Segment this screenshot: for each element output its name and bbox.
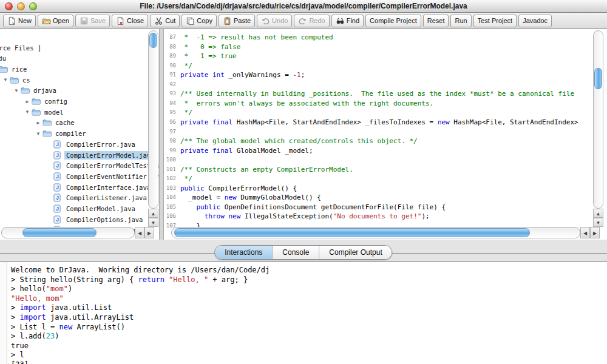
- run-button[interactable]: Run: [450, 15, 471, 27]
- disclosure-open-icon[interactable]: ▼: [23, 109, 32, 115]
- code-line: 101/** Constructs an empty CompilerError…: [164, 165, 353, 174]
- tree-item[interactable]: JCompilerErrorModelTest.java: [53, 161, 159, 171]
- tree-item[interactable]: JCompilerErrorModel.java: [53, 150, 156, 160]
- minimize-window-button[interactable]: [17, 2, 25, 10]
- test-project-button[interactable]: Test Project: [473, 15, 517, 27]
- disclosure-open-icon[interactable]: ▼: [34, 131, 42, 136]
- tree-hscroll-track[interactable]: [1, 227, 135, 238]
- reset-button[interactable]: Reset: [423, 15, 449, 27]
- tree-item[interactable]: ▼drjava: [12, 86, 58, 96]
- tree-item[interactable]: ▶config: [23, 96, 69, 107]
- vertical-splitter[interactable]: [159, 29, 164, 240]
- java-file-icon: J: [53, 194, 64, 202]
- scroll-right-arrow-icon[interactable]: ▶: [590, 227, 600, 238]
- tree-item[interactable]: [ Source Files ]: [0, 42, 43, 53]
- tree-item[interactable]: JCompilerModel.java: [53, 204, 137, 214]
- disclosure-open-icon[interactable]: ▼: [1, 77, 10, 83]
- svg-text:J: J: [56, 216, 59, 222]
- tree-vscroll-track[interactable]: [148, 30, 158, 209]
- interactions-line: > List l = new ArrayList(): [11, 323, 125, 332]
- line-number: 99: [164, 146, 180, 155]
- paste-button[interactable]: Paste: [219, 15, 255, 27]
- editor-horizontal-scrollbar[interactable]: ◀ ▶: [171, 227, 600, 238]
- tree-item[interactable]: JCompilerOptions.java: [53, 214, 144, 224]
- editor-vertical-scrollbar[interactable]: ▲ ▼: [593, 30, 603, 227]
- interactions-line: > l: [11, 351, 24, 360]
- scroll-down-arrow-icon[interactable]: ▼: [593, 218, 603, 227]
- editor-hscroll-track[interactable]: [171, 227, 580, 238]
- svg-text:J: J: [56, 141, 59, 147]
- tab-compiler-output[interactable]: Compiler Output: [319, 246, 392, 259]
- toolbar-button-label: Paste: [234, 17, 251, 24]
- code-token: * -1 => result has not been computed: [180, 33, 333, 41]
- tree-horizontal-scrollbar[interactable]: ◀ ▶: [1, 227, 154, 238]
- compile-project-button[interactable]: Compile Project: [365, 15, 421, 27]
- tree-item[interactable]: JCompilerListener.java: [53, 193, 149, 203]
- editor-vscroll-track[interactable]: [593, 30, 603, 209]
- copy-button[interactable]: Copy: [181, 15, 217, 27]
- code-line: 97: [164, 127, 180, 136]
- tree-item[interactable]: rice: [0, 64, 29, 74]
- editor-hscroll-thumb[interactable]: [174, 228, 530, 237]
- tree-vscroll-thumb[interactable]: [149, 33, 157, 48]
- javadoc-button[interactable]: Javadoc: [518, 15, 552, 27]
- close-button[interactable]: Close: [112, 15, 148, 27]
- code-line: 105 public OpenDefinitionsDocument getDo…: [164, 203, 446, 212]
- svg-text:J: J: [56, 174, 59, 180]
- toolbar-button-label: Redo: [309, 17, 325, 24]
- tree-item[interactable]: ▼model: [23, 107, 66, 117]
- disclosure-open-icon[interactable]: ▼: [12, 88, 21, 93]
- editor-panel[interactable]: 87 * -1 => result has not been computed8…: [164, 29, 607, 240]
- toolbar-button-label: Javadoc: [523, 17, 548, 24]
- editor-vscroll-thumb[interactable]: [594, 68, 602, 89]
- new-button[interactable]: New: [3, 15, 36, 27]
- tree-item-label: cs: [21, 76, 32, 84]
- scroll-left-arrow-icon[interactable]: ◀: [135, 227, 144, 238]
- code-token: GlobalModel _model;: [232, 147, 313, 155]
- tree-item[interactable]: ▼compiler: [34, 129, 88, 139]
- file-tree-panel[interactable]: [ Source Files ]edurice▼cs▼drjava▶config…: [0, 29, 159, 240]
- interactions-line: > import java.util.List: [11, 303, 112, 312]
- disclosure-closed-icon[interactable]: ▶: [23, 99, 32, 104]
- code-token: import: [19, 313, 46, 322]
- tree-item-label: model: [42, 108, 66, 116]
- code-text: throw new IllegalStateException("No docu…: [180, 212, 430, 221]
- code-token: [180, 203, 197, 211]
- code-token: java.util.List: [46, 303, 112, 312]
- scroll-up-arrow-icon[interactable]: ▲: [593, 209, 603, 218]
- open-button[interactable]: Open: [38, 15, 73, 27]
- code-token: int: [212, 71, 225, 79]
- close-window-button[interactable]: [5, 2, 13, 10]
- line-number: 96: [164, 118, 180, 127]
- code-text: */: [180, 61, 192, 70]
- tree-item[interactable]: edu: [0, 53, 8, 64]
- tree-hscroll-thumb[interactable]: [22, 228, 97, 237]
- tree-item[interactable]: ▼cs: [1, 75, 32, 85]
- code-token: * 0 => false: [180, 43, 240, 51]
- scroll-right-arrow-icon[interactable]: ▶: [144, 227, 154, 238]
- tab-interactions[interactable]: Interactions: [215, 246, 273, 259]
- tree-item[interactable]: JCompilerError.java: [53, 139, 137, 149]
- cut-button[interactable]: Cut: [150, 15, 180, 27]
- redo-arrow-icon: [298, 16, 307, 25]
- scroll-down-arrow-icon[interactable]: ▼: [148, 218, 158, 227]
- tree-item[interactable]: JCompilerEventNotifier.java: [53, 171, 159, 181]
- interactions-pane[interactable]: Welcome to DrJava. Working directory is …: [0, 261, 607, 364]
- zoom-window-button[interactable]: [29, 2, 37, 10]
- tree-vertical-scrollbar[interactable]: ▲ ▼: [148, 30, 158, 227]
- disclosure-closed-icon[interactable]: ▶: [34, 120, 42, 126]
- code-token: new: [229, 212, 241, 220]
- scroll-left-arrow-icon[interactable]: ◀: [580, 227, 590, 238]
- line-number: 105: [164, 203, 180, 212]
- code-token: ArrayList(): [72, 323, 125, 331]
- tree-item[interactable]: JCompilerInterface.java: [53, 182, 152, 192]
- code-token: new: [438, 118, 450, 126]
- code-token: */: [180, 109, 192, 116]
- tree-item-label: drjava: [32, 86, 58, 95]
- scroll-up-arrow-icon[interactable]: ▲: [148, 209, 158, 218]
- tree-item[interactable]: ▶cache: [34, 118, 76, 128]
- tab-console[interactable]: Console: [273, 246, 319, 259]
- find-button[interactable]: Find: [331, 15, 364, 27]
- tree-hscroll-arrows: ◀ ▶: [135, 227, 154, 238]
- code-text: /** The global model which created/contr…: [180, 136, 418, 146]
